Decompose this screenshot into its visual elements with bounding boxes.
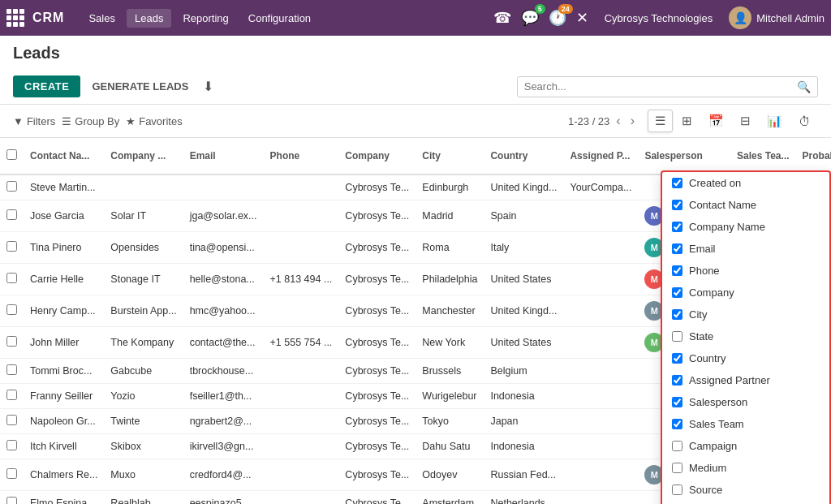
col-option-item[interactable]: Salesperson bbox=[662, 391, 829, 413]
cell-company: Cybrosys Te... bbox=[338, 174, 416, 200]
col-option-item[interactable]: Campaign bbox=[662, 435, 829, 457]
pagination: 1-23 / 23 ‹ › bbox=[568, 112, 638, 130]
favorites-button[interactable]: ★ Favorites bbox=[126, 115, 182, 127]
row-checkbox[interactable] bbox=[6, 440, 17, 450]
row-checkbox[interactable] bbox=[6, 390, 17, 400]
cell-country: Japan bbox=[484, 409, 563, 434]
col-assigned-partner[interactable]: Assigned P... bbox=[563, 138, 638, 174]
col-option-checkbox[interactable] bbox=[672, 331, 682, 342]
col-email[interactable]: Email bbox=[183, 138, 264, 174]
col-option-checkbox[interactable] bbox=[672, 178, 682, 188]
col-option-item[interactable]: City bbox=[662, 304, 829, 325]
col-option-item[interactable]: Probability (%) bbox=[662, 501, 829, 504]
phone-icon[interactable]: ☎ bbox=[493, 9, 511, 27]
col-option-checkbox[interactable] bbox=[672, 397, 682, 407]
col-option-item[interactable]: Created on bbox=[662, 172, 829, 194]
row-checkbox[interactable] bbox=[6, 468, 17, 479]
row-checkbox[interactable] bbox=[6, 241, 17, 252]
col-option-checkbox[interactable] bbox=[672, 353, 682, 364]
row-checkbox[interactable] bbox=[6, 273, 17, 283]
filters-button[interactable]: ▼ Filters bbox=[13, 115, 55, 127]
create-button[interactable]: CREATE bbox=[13, 75, 80, 97]
col-company[interactable]: Company bbox=[338, 138, 416, 174]
row-checkbox[interactable] bbox=[6, 336, 17, 347]
col-option-item[interactable]: Email bbox=[662, 238, 829, 260]
col-option-item[interactable]: State bbox=[662, 325, 829, 347]
pivot-view-button[interactable]: ⊟ bbox=[733, 110, 758, 132]
col-option-item[interactable]: Contact Name bbox=[662, 194, 829, 216]
cell-city: Madrid bbox=[416, 200, 484, 232]
col-contact-name[interactable]: Contact Na... bbox=[24, 138, 104, 174]
generate-leads-button[interactable]: GENERATE LEADS bbox=[87, 77, 193, 96]
menu-reporting[interactable]: Reporting bbox=[174, 9, 236, 28]
row-checkbox[interactable] bbox=[6, 497, 17, 504]
col-city[interactable]: City bbox=[416, 138, 484, 174]
cell-assigned-partner bbox=[563, 359, 638, 384]
menu-configuration[interactable]: Configuration bbox=[240, 9, 319, 28]
cell-contact-name: Tina Pinero bbox=[24, 232, 104, 264]
user-menu[interactable]: 👤 Mitchell Admin bbox=[729, 6, 825, 29]
cell-email: tina@opensi... bbox=[183, 232, 264, 264]
col-salesperson[interactable]: Salesperson bbox=[638, 138, 730, 174]
kanban-view-button[interactable]: ⊞ bbox=[674, 110, 700, 132]
clock-icon[interactable]: 🕐 24 bbox=[549, 9, 566, 27]
col-option-checkbox[interactable] bbox=[672, 243, 682, 254]
cell-company: Cybrosys Te... bbox=[338, 459, 416, 491]
col-country[interactable]: Country bbox=[484, 138, 563, 174]
search-icon[interactable]: 🔍 bbox=[797, 80, 811, 93]
search-input[interactable] bbox=[524, 80, 797, 93]
col-option-item[interactable]: Country bbox=[662, 347, 829, 369]
col-option-label: Source bbox=[689, 484, 722, 496]
col-option-checkbox[interactable] bbox=[672, 375, 682, 386]
row-checkbox[interactable] bbox=[6, 209, 17, 220]
chat-icon[interactable]: 💬 5 bbox=[521, 9, 539, 27]
col-option-item[interactable]: Company Name bbox=[662, 216, 829, 238]
col-option-item[interactable]: Phone bbox=[662, 260, 829, 282]
col-option-checkbox[interactable] bbox=[672, 309, 682, 320]
col-option-checkbox[interactable] bbox=[672, 441, 682, 451]
row-checkbox[interactable] bbox=[6, 364, 17, 375]
row-checkbox[interactable] bbox=[6, 304, 17, 315]
col-option-checkbox[interactable] bbox=[672, 200, 682, 210]
cell-assigned-partner bbox=[563, 459, 638, 491]
filter-toolbar: ▼ Filters ☰ Group By ★ Favorites 1-23 / … bbox=[0, 105, 831, 138]
select-all-checkbox[interactable] bbox=[6, 149, 17, 160]
import-button[interactable]: ⬇ bbox=[200, 75, 217, 97]
col-option-checkbox[interactable] bbox=[672, 463, 682, 473]
col-option-item[interactable]: Sales Team bbox=[662, 413, 829, 435]
calendar-view-button[interactable]: 📅 bbox=[701, 110, 731, 132]
row-checkbox-cell bbox=[0, 384, 24, 409]
list-view-button[interactable]: ☰ bbox=[648, 110, 673, 132]
groupby-button[interactable]: ☰ Group By bbox=[62, 115, 119, 127]
cell-company-name: Solar IT bbox=[104, 200, 183, 232]
cell-phone bbox=[264, 491, 339, 505]
col-option-checkbox[interactable] bbox=[672, 265, 682, 276]
row-checkbox[interactable] bbox=[6, 415, 17, 425]
next-page-button[interactable]: › bbox=[627, 112, 638, 130]
activity-view-button[interactable]: ⏱ bbox=[791, 110, 818, 132]
col-sales-team[interactable]: Sales Tea... bbox=[730, 138, 795, 174]
cell-city: Wurigelebur bbox=[416, 384, 484, 409]
col-option-item[interactable]: Assigned Partner bbox=[662, 369, 829, 391]
col-option-checkbox[interactable] bbox=[672, 419, 682, 429]
col-probability[interactable]: Probabil... ⋮ bbox=[796, 138, 831, 174]
col-company-name[interactable]: Company ... bbox=[104, 138, 183, 174]
col-option-item[interactable]: Source bbox=[662, 479, 829, 501]
col-option-item[interactable]: Medium bbox=[662, 457, 829, 479]
row-checkbox-cell bbox=[0, 434, 24, 459]
col-option-item[interactable]: Company bbox=[662, 282, 829, 304]
apps-menu[interactable] bbox=[6, 9, 24, 27]
col-option-checkbox[interactable] bbox=[672, 287, 682, 298]
col-option-checkbox[interactable] bbox=[672, 485, 682, 495]
col-option-checkbox[interactable] bbox=[672, 222, 682, 232]
top-menu: Sales Leads Reporting Configuration bbox=[80, 9, 319, 28]
col-phone[interactable]: Phone bbox=[264, 138, 339, 174]
prev-page-button[interactable]: ‹ bbox=[613, 112, 623, 130]
menu-sales[interactable]: Sales bbox=[80, 9, 123, 28]
close-icon[interactable]: ✕ bbox=[576, 9, 588, 27]
menu-leads[interactable]: Leads bbox=[127, 9, 171, 28]
graph-view-button[interactable]: 📊 bbox=[760, 110, 790, 132]
row-checkbox[interactable] bbox=[6, 181, 17, 192]
row-checkbox-cell bbox=[0, 409, 24, 434]
cell-phone bbox=[264, 384, 339, 409]
